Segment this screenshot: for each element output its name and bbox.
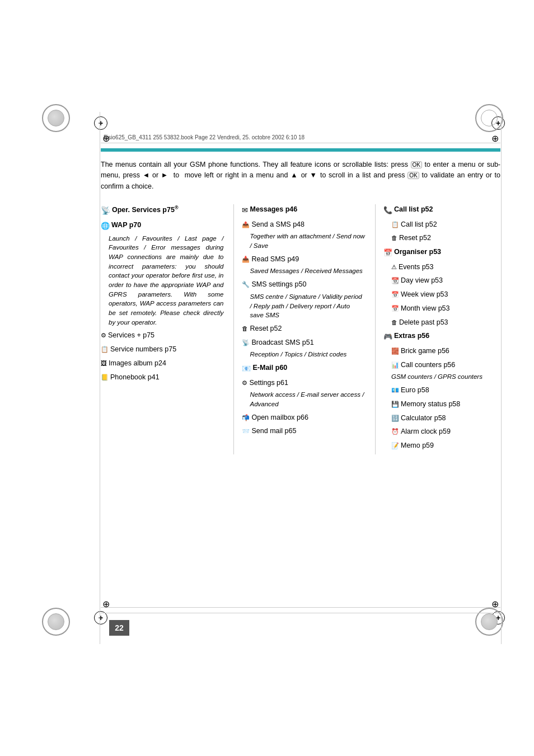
read-sms-label: Read SMS p49: [251, 254, 299, 265]
calculator-item: 🔢 Calculator p58: [391, 413, 500, 424]
phonebook-icon: 📒: [101, 373, 109, 382]
read-sms-item: 📥 Read SMS p49: [242, 254, 364, 265]
reg-mark-tl: [94, 116, 107, 130]
send-sms-icon: 📤: [242, 220, 250, 229]
alarm-clock-icon: ⏰: [391, 427, 399, 436]
service-numbers-item: 📋 Service numbers p75: [101, 344, 223, 355]
extras-item: 🎮 Extras p56: [383, 331, 500, 342]
column-1: 📡 Oper. Services p75® 🌐 WAP p70 Launch /…: [101, 204, 230, 386]
call-list-group: 📋 Call list p52: [383, 219, 500, 230]
sms-settings-icon: 🔧: [242, 280, 250, 289]
month-view-label: Month view p53: [401, 303, 450, 314]
service-numbers-group: 📋 Service numbers p75: [101, 344, 223, 355]
phonebook-item: 📒 Phonebook p41: [101, 372, 223, 383]
messages-group: ✉ Messages p46: [242, 204, 364, 216]
email-settings-sub: Network access / E-mail server access / …: [250, 390, 364, 408]
deco-circle-tl: [42, 104, 70, 132]
memo-icon: 📝: [391, 441, 399, 450]
wap-description: Launch / Favourites / Last page / Favour…: [109, 234, 223, 327]
email-item: 📧 E-Mail p60: [242, 363, 364, 374]
brick-game-item: 🧱 Brick game p56: [391, 346, 500, 356]
messages-label: Messages p46: [250, 204, 297, 215]
deco-circle-tr: [475, 104, 503, 132]
menu-columns: 📡 Oper. Services p75® 🌐 WAP p70 Launch /…: [101, 204, 500, 454]
euro-label: Euro p58: [401, 385, 429, 396]
sms-settings-sub: SMS centre / Signature / Validity period…: [250, 292, 364, 320]
week-view-label: Week view p53: [401, 289, 448, 300]
email-icon: 📧: [242, 363, 251, 374]
broadcast-sms-group: 📡 Broadcast SMS p51 Reception / Topics /…: [242, 337, 364, 359]
ok-key: OK: [411, 161, 422, 168]
brick-game-icon: 🧱: [391, 346, 399, 356]
memory-status-item: 💾 Memory status p58: [391, 399, 500, 410]
organiser-group: 📅 Organiser p53: [383, 247, 500, 259]
alarm-clock-label: Alarm clock p59: [401, 426, 451, 437]
broadcast-sms-sub: Reception / Topics / District codes: [250, 350, 364, 359]
services-plus-icon: ⚙: [101, 331, 106, 340]
delete-past-group: 🗑 Delete past p53: [383, 317, 500, 328]
services-plus-group: ⚙ Services + p75: [101, 330, 223, 341]
send-sms-sub: Together with an attachment / Send now /…: [250, 232, 364, 250]
call-list-header-label: Call list p52: [394, 204, 433, 215]
organiser-label: Organiser p53: [394, 247, 441, 257]
bottom-line1: [101, 607, 500, 608]
organiser-item: 📅 Organiser p53: [383, 247, 500, 259]
crosshair-tl: ⊕: [102, 133, 110, 144]
reg-symbol: ®: [175, 205, 179, 210]
col-separator-2: [375, 204, 376, 454]
send-sms-group: 📤 Send a SMS p48 Together with an attach…: [242, 219, 364, 251]
email-settings-group: ⚙ Settings p61 Network access / E-mail s…: [242, 378, 364, 409]
call-counters-group: 📊 Call counters p56 GSM counters / GPRS …: [383, 360, 500, 382]
reset-p52-group: 🗑 Reset p52: [242, 323, 364, 334]
call-list-header-item: 📞 Call list p52: [383, 204, 500, 216]
events-label: Events p53: [399, 262, 434, 273]
open-mailbox-item: 📬 Open mailbox p66: [242, 412, 364, 423]
services-plus-item: ⚙ Services + p75: [101, 330, 223, 341]
wap-group: 🌐 WAP p70 Launch / Favourites / Last pag…: [101, 220, 223, 327]
call-list-icon: 📋: [391, 220, 399, 229]
call-counters-sub: GSM counters / GPRS counters: [391, 372, 500, 382]
alarm-clock-group: ⏰ Alarm clock p59: [383, 426, 500, 437]
call-counters-icon: 📊: [391, 360, 399, 370]
day-view-label: Day view p53: [401, 275, 443, 286]
day-view-group: 📆 Day view p53: [383, 275, 500, 286]
euro-item: 💶 Euro p58: [391, 385, 500, 396]
sms-settings-label: SMS settings p50: [251, 279, 306, 290]
reset-p52-item: 🗑 Reset p52: [242, 323, 364, 334]
open-mailbox-icon: 📬: [242, 413, 250, 422]
week-view-group: 📅 Week view p53: [383, 289, 500, 300]
delete-past-item: 🗑 Delete past p53: [391, 317, 500, 328]
column-2: ✉ Messages p46 📤 Send a SMS p48 Together…: [237, 204, 371, 440]
delete-past-label: Delete past p53: [399, 317, 448, 328]
crosshair-br: ⊕: [491, 599, 499, 609]
main-content: The menus contain all your GSM phone fun…: [101, 159, 500, 599]
services-plus-label: Services + p75: [108, 330, 154, 341]
right-border-line: [501, 112, 502, 644]
memory-status-label: Memory status p58: [401, 399, 460, 410]
call-list-header-group: 📞 Call list p52: [383, 204, 500, 216]
reset-calllist-item: 🗑 Reset p52: [391, 233, 500, 243]
send-mail-icon: 📨: [242, 426, 250, 436]
day-view-icon: 📆: [391, 276, 399, 285]
oper-services-group: 📡 Oper. Services p75®: [101, 204, 223, 217]
read-sms-group: 📥 Read SMS p49 Saved Messages / Received…: [242, 254, 364, 276]
reset-p52-icon: 🗑: [242, 324, 248, 334]
messages-icon: ✉: [242, 205, 248, 216]
calculator-icon: 🔢: [391, 414, 399, 423]
wap-icon: 🌐: [101, 220, 110, 232]
oper-services-label: Oper. Services p75®: [112, 204, 179, 215]
call-counters-item: 📊 Call counters p56: [391, 360, 500, 370]
images-album-icon: 🖼: [101, 359, 107, 368]
week-view-item: 📅 Week view p53: [391, 289, 500, 300]
images-album-label: Images album p24: [109, 358, 166, 369]
accent-bar: [101, 148, 500, 152]
extras-label: Extras p56: [394, 331, 429, 341]
calculator-label: Calculator p58: [401, 413, 446, 424]
service-numbers-icon: 📋: [101, 345, 109, 354]
organiser-icon: 📅: [383, 247, 392, 259]
events-group: ⚠ Events p53: [383, 262, 500, 273]
memo-label: Memo p59: [401, 440, 434, 451]
reset-calllist-label: Reset p52: [399, 233, 431, 243]
deco-circle-bl: [42, 608, 70, 636]
sms-settings-group: 🔧 SMS settings p50 SMS centre / Signatur…: [242, 279, 364, 320]
